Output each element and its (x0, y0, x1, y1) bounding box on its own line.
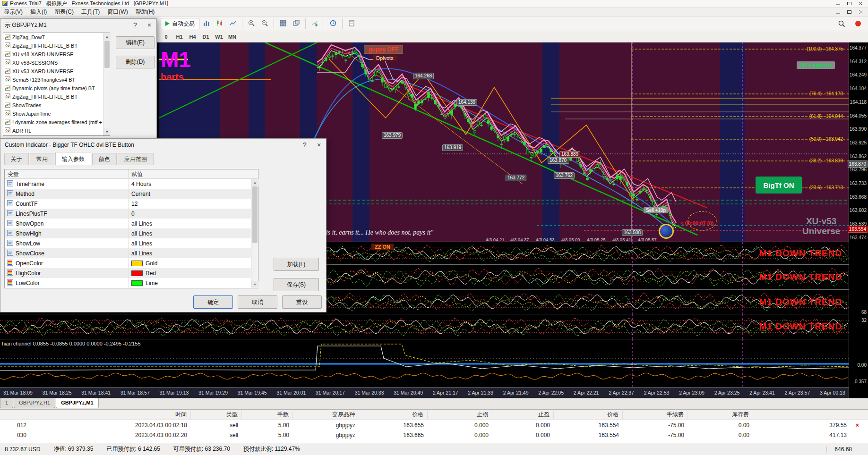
scrollbar-thumb[interactable] (252, 186, 258, 243)
param-value[interactable]: Current (129, 189, 251, 199)
menu-item[interactable]: 窗口(W) (103, 7, 131, 17)
tile-windows-button[interactable] (277, 18, 289, 29)
delete-indicator-button[interactable]: 删除(D) (116, 56, 155, 68)
param-value[interactable]: Red (129, 268, 251, 278)
scroll-down-icon[interactable]: ▼ (103, 128, 111, 135)
help-button[interactable]: ? (128, 19, 142, 31)
param-value[interactable]: 4 Hours (129, 179, 251, 189)
dialog-tab[interactable]: 输入参数 (55, 152, 91, 165)
param-row[interactable]: ShowLowall Lines (5, 238, 251, 248)
load-button[interactable]: 加载(L) (274, 258, 319, 271)
param-value[interactable]: Lime (129, 278, 251, 288)
timeframe-button-h1[interactable]: H1 (173, 32, 186, 41)
ok-button[interactable]: 确定 (193, 295, 233, 309)
child-window-close-icon[interactable] (855, 9, 866, 15)
terminal-order-row[interactable]: 0122023.04.03 00:02:18sell5.00gbpjpyz163… (0, 420, 868, 430)
indicator-pane-channel[interactable]: hian channel 0.0855 -0.0855 0.0000 0.000… (0, 339, 849, 387)
param-row[interactable]: MethodCurrent (5, 189, 251, 199)
autotrade-button[interactable]: 自动交易 (161, 18, 199, 29)
zigzag-toggle-button[interactable]: ZZ ON (371, 244, 394, 250)
chart-tab[interactable]: GBPJPYz,H1 (14, 398, 55, 408)
line-chart-button[interactable] (227, 18, 239, 29)
param-row[interactable]: CountTF12 (5, 199, 251, 209)
indicator-list-item[interactable]: ZigZag_DowT (3, 33, 110, 42)
dialog-tab[interactable]: 应用范围 (118, 153, 154, 165)
dialog-tab[interactable]: 关于 (4, 153, 29, 165)
indicator-list-item[interactable]: ShowTrades (3, 101, 110, 110)
param-row[interactable]: OpenColorGold (5, 258, 251, 268)
bigtf-toggle-button[interactable]: BigTf ON (756, 177, 802, 194)
param-value[interactable]: 0 (129, 209, 251, 219)
dialog-tab[interactable]: 常用 (30, 153, 54, 165)
template-button[interactable] (345, 18, 358, 29)
timeframe-button-0[interactable]: 0 (160, 32, 172, 41)
indicator-list-item[interactable]: ZigZag_HH-HL-LH-LL_B BT (3, 42, 110, 50)
param-value[interactable]: 12 (129, 199, 251, 209)
scroll-down-icon[interactable]: ▼ (251, 281, 258, 288)
indicator-list-item[interactable]: Sema5+123Trianglesv4 BT (3, 76, 110, 84)
close-position-icon[interactable]: × (851, 422, 868, 429)
new-chart-button[interactable] (309, 18, 321, 29)
timeframe-button-mn[interactable]: MN (226, 32, 239, 41)
price-scale[interactable]: 163.870 163.554 68 32 0.00 -0.357 164.37… (849, 42, 868, 398)
parameters-scrollbar[interactable]: ▲ ▼ (251, 179, 258, 288)
close-icon[interactable]: × (142, 19, 156, 31)
time-axis[interactable]: 31 Mar 18:0931 Mar 18:2531 Mar 18:4131 M… (0, 387, 849, 398)
window-minimize-icon[interactable] (833, 0, 843, 7)
search-button[interactable] (835, 18, 848, 30)
timeframe-button-w1[interactable]: W1 (213, 32, 225, 41)
dialog-titlebar[interactable]: Custom Indicator - Bigger TF OHLC dvl BT… (0, 139, 326, 151)
period-button[interactable] (327, 18, 339, 29)
indicator-list-item[interactable]: ShowJapanTime (3, 110, 110, 118)
dialog-tab[interactable]: 颜色 (92, 153, 117, 165)
help-button[interactable]: ? (298, 139, 312, 151)
param-value[interactable]: Gold (129, 258, 251, 268)
dz-avgs-toggle-button[interactable]: Dz Avgs-on (797, 61, 835, 69)
param-row[interactable]: LowColorLime (5, 278, 251, 288)
bar-chart-button[interactable] (200, 18, 213, 29)
reset-button[interactable]: 重设 (282, 295, 322, 309)
indicator-list-item[interactable]: XU v53-XARD UNIVERSE (3, 67, 110, 76)
guppy-toggle-button[interactable]: guppy OFF (364, 45, 403, 54)
scrollbar-thumb[interactable] (104, 41, 110, 68)
indicators-scrollbar[interactable]: ▲ ▼ (103, 33, 110, 135)
indicators-list[interactable]: ZigZag_DowTZigZag_HH-HL-LH-LL_B BTXU v48… (3, 33, 110, 136)
param-value[interactable]: all Lines (129, 228, 251, 238)
param-row[interactable]: LinesPlusTF0 (5, 209, 251, 219)
indicator-list-item[interactable]: XU v53-SESSIONS (3, 59, 110, 67)
indicator-list-item[interactable]: Dynamic pivots (any time frame) BT (3, 84, 110, 93)
chart-tab[interactable]: GBPJPYz,M1 (56, 398, 98, 408)
indicator-list-item[interactable]: ADR HL (3, 126, 110, 135)
timeframe-button-d1[interactable]: D1 (199, 32, 212, 41)
window-close-icon[interactable] (855, 0, 866, 7)
candlestick-button[interactable] (214, 18, 226, 29)
edit-indicator-button[interactable]: 编辑(E) (116, 36, 155, 49)
cascade-windows-button[interactable] (290, 18, 302, 29)
save-button[interactable]: 保存(S) (274, 278, 319, 291)
terminal-order-row[interactable]: 0302023.04.03 00:02:20sell5.00gbpjpyz163… (0, 430, 868, 440)
timeframe-button-h4[interactable]: H4 (186, 32, 199, 41)
indicator-list-item[interactable]: ZigZag_HH-HL-LH-LL_B BT (3, 93, 110, 101)
param-row[interactable]: ShowOpenall Lines (5, 219, 251, 228)
param-row[interactable]: ShowHighall Lines (5, 228, 251, 238)
child-window-restore-icon[interactable] (844, 9, 854, 15)
indicator-list-item[interactable]: ! dynamic zone averages filtered (mtf + … (3, 118, 110, 126)
param-row[interactable]: ShowCloseall Lines (5, 248, 251, 258)
window-restore-icon[interactable] (844, 0, 854, 7)
param-value[interactable]: all Lines (129, 219, 251, 228)
scroll-up-icon[interactable]: ▲ (251, 179, 258, 186)
menu-item[interactable]: 显示(V) (0, 7, 26, 17)
param-row[interactable]: TimeFrame4 Hours (5, 179, 251, 189)
zoom-in-button[interactable] (245, 18, 258, 29)
chart-tab[interactable]: 1 (0, 398, 13, 408)
indicators-window-titlebar[interactable]: 示 GBPJPYz,M1 ? × (0, 19, 156, 31)
indicator-list-item[interactable]: XU v48-XARD UNIVERSE (3, 50, 110, 59)
record-button[interactable] (852, 18, 864, 30)
menu-item[interactable]: 帮助(H) (132, 7, 159, 17)
menu-item[interactable]: 工具(T) (77, 7, 103, 17)
param-row[interactable]: HighColorRed (5, 268, 251, 278)
menu-item[interactable]: 插入(I) (26, 7, 51, 17)
param-value[interactable]: all Lines (129, 248, 251, 258)
child-window-minimize-icon[interactable] (833, 9, 843, 15)
param-value[interactable]: all Lines (129, 238, 251, 248)
